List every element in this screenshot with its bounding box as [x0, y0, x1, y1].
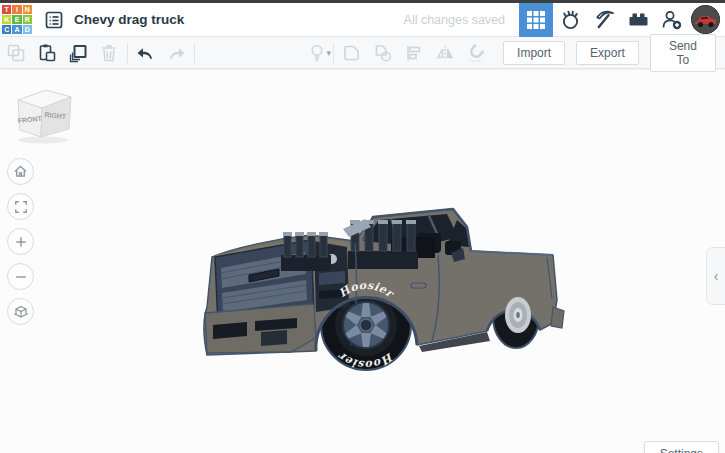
- workplane-canvas[interactable]: FRONT RIGHT: [0, 69, 725, 453]
- brick-icon[interactable]: [621, 3, 655, 37]
- logo-cell: E: [12, 15, 21, 24]
- logo-cell: R: [23, 15, 32, 24]
- logo-cell: C: [2, 25, 11, 34]
- align-icon[interactable]: [398, 37, 429, 69]
- edit-toolbar: ▾ Import Export Send To: [0, 37, 725, 69]
- send-to-button[interactable]: Send To: [650, 34, 716, 72]
- ungroup-icon[interactable]: [367, 37, 398, 69]
- view-nav-column: [7, 158, 34, 325]
- copy-icon[interactable]: [0, 37, 31, 69]
- orthographic-view-icon[interactable]: [7, 298, 34, 325]
- document-list-icon[interactable]: [42, 8, 66, 32]
- zoom-out-icon[interactable]: [7, 263, 34, 290]
- rear-rim: [505, 297, 531, 333]
- tinkercad-logo[interactable]: T I N K E R C A D: [0, 3, 34, 37]
- redo-icon[interactable]: [161, 37, 192, 69]
- app-header: T I N K E R C A D Chevy drag truck All c…: [0, 3, 725, 37]
- pickaxe-icon[interactable]: [587, 3, 621, 37]
- undo-icon[interactable]: [130, 37, 161, 69]
- model-truck[interactable]: Hoosier Hoosier: [195, 195, 570, 380]
- logo-cell: I: [12, 5, 21, 14]
- paste-icon[interactable]: [31, 37, 62, 69]
- logo-cell: T: [2, 5, 11, 14]
- home-icon[interactable]: [7, 158, 34, 185]
- group-icon[interactable]: [336, 37, 367, 69]
- toolbar-separator: [127, 43, 128, 63]
- settings-button[interactable]: Settings: [644, 441, 719, 453]
- delete-icon[interactable]: [94, 37, 125, 69]
- avatar[interactable]: [691, 5, 720, 34]
- save-status: All changes saved: [404, 13, 505, 27]
- design-title[interactable]: Chevy drag truck: [74, 12, 184, 27]
- logo-cell: K: [2, 15, 11, 24]
- fit-view-icon[interactable]: [7, 193, 34, 220]
- import-button[interactable]: Import: [503, 41, 565, 65]
- add-person-icon[interactable]: [655, 3, 689, 37]
- zoom-in-icon[interactable]: [7, 228, 34, 255]
- chevron-left-icon: ‹: [714, 268, 719, 284]
- duplicate-icon[interactable]: [62, 37, 93, 69]
- paw-icon[interactable]: [553, 3, 587, 37]
- front-bumper: [205, 304, 316, 353]
- logo-cell: N: [23, 5, 32, 14]
- view-cube[interactable]: FRONT RIGHT: [9, 85, 75, 149]
- panel-collapse-handle[interactable]: ‹: [706, 247, 725, 305]
- export-button[interactable]: Export: [576, 41, 639, 65]
- logo-cell: A: [12, 25, 21, 34]
- magnet-icon[interactable]: [461, 37, 492, 69]
- toolbar-separator: [194, 43, 195, 63]
- mirror-icon[interactable]: [430, 37, 461, 69]
- logo-cell: D: [23, 25, 32, 34]
- dashboard-grid-icon[interactable]: [519, 3, 553, 37]
- toolbar-separator: [333, 43, 334, 63]
- chevron-down-icon[interactable]: ▾: [326, 48, 331, 58]
